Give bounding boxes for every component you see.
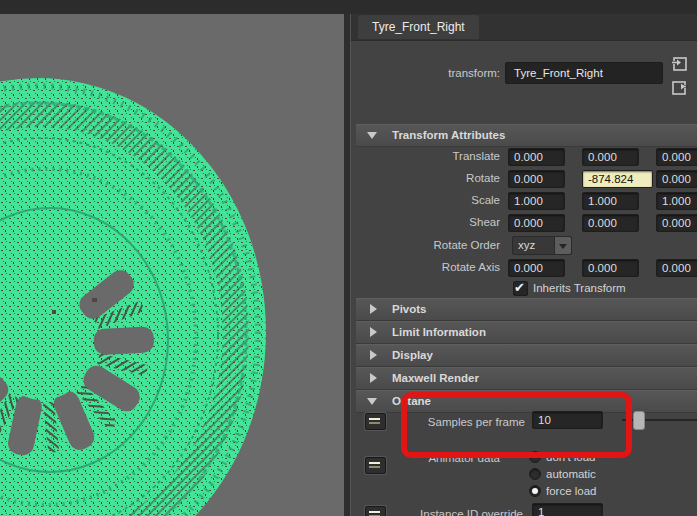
instance-id-override-label: Instance ID override [350,505,523,516]
rotate-label: Rotate [350,169,500,187]
shear-y-field[interactable]: 0.000 [582,214,639,232]
rotate-axis-x-field[interactable]: 0.000 [508,259,565,277]
translate-y-field[interactable]: 0.000 [582,148,639,166]
rotate-order-dropdown[interactable]: xyz [512,236,572,255]
chevron-right-icon [370,350,377,360]
radio-force-load[interactable] [529,485,541,497]
chevron-down-icon [367,132,377,139]
rotate-axis-y-field[interactable]: 0.000 [582,259,639,277]
rotate-x-field[interactable]: 0.000 [508,170,565,188]
radio-force-load-label: force load [546,484,597,498]
rotate-axis-label: Rotate Axis [350,258,500,276]
chevron-right-icon [370,327,377,337]
panel-divider[interactable] [344,0,351,516]
section-maxwell-render[interactable]: Maxwell Render [356,367,697,390]
chevron-right-icon [370,304,377,314]
translate-z-field[interactable]: 0.000 [656,148,697,166]
viewport-top-strip [0,0,697,14]
translate-label: Translate [350,147,500,165]
samples-slider-handle[interactable] [633,411,645,430]
section-title: Pivots [392,299,427,320]
chevron-right-icon [370,373,377,383]
rotate-order-value: xyz [518,237,535,254]
show-input-connections-icon[interactable] [671,55,688,72]
section-display[interactable]: Display [356,344,697,367]
shear-label: Shear [350,213,500,231]
transform-name-field[interactable]: Tyre_Front_Right [505,62,663,84]
section-title: Limit Information [392,322,486,343]
scale-label: Scale [350,191,500,209]
section-transform-attributes[interactable]: Transform Attributes [356,124,697,147]
tab-tyre-front-right[interactable]: Tyre_Front_Right [358,15,479,39]
section-title: Display [392,345,433,366]
section-limit-information[interactable]: Limit Information [356,321,697,344]
section-pivots[interactable]: Pivots [356,298,697,321]
chevron-down-icon [367,398,377,405]
section-title: Transform Attributes [392,125,505,146]
instance-id-override-field[interactable]: 1 [532,503,603,516]
shear-z-field[interactable]: 0.000 [656,214,697,232]
rotate-order-label: Rotate Order [350,236,500,254]
scale-x-field[interactable]: 1.000 [508,192,565,210]
section-title: Maxwell Render [392,368,479,389]
shear-x-field[interactable]: 0.000 [508,214,565,232]
radio-automatic-label: automatic [546,467,596,481]
transform-label: transform: [350,64,500,82]
rotate-y-field-keyed[interactable]: -874.824 [582,170,653,188]
show-output-connections-icon[interactable] [671,79,688,96]
rotate-axis-z-field[interactable]: 0.000 [656,259,697,277]
radio-automatic[interactable] [529,468,541,480]
inherits-transform-checkbox[interactable] [513,281,528,296]
viewport[interactable] [0,0,344,516]
translate-x-field[interactable]: 0.000 [508,148,565,166]
scale-z-field[interactable]: 1.000 [656,192,697,210]
app-window: Tyre_Front_Right transform: Tyre_Front_R… [0,0,697,516]
tyre-wireframe-mesh [0,0,344,516]
annotation-highlight-rectangle [401,392,632,458]
scale-y-field[interactable]: 1.000 [582,192,639,210]
rotate-z-field[interactable]: 0.000 [656,170,697,188]
dropdown-arrow-icon[interactable] [554,237,571,254]
inherits-transform-label: Inherits Transform [533,281,626,295]
